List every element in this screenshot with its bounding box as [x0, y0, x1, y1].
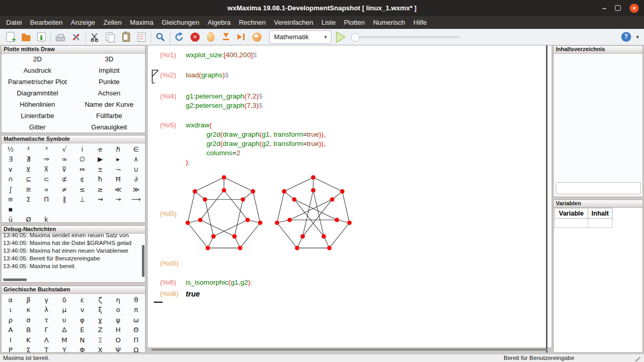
- symbol-button[interactable]: ∞: [55, 154, 73, 164]
- greek-letter-button[interactable]: ε: [73, 295, 91, 305]
- greek-letter-button[interactable]: Ε: [73, 325, 91, 335]
- animation-slider[interactable]: [352, 36, 460, 38]
- greek-letter-button[interactable]: φ: [73, 315, 91, 325]
- greek-letter-button[interactable]: Ν: [73, 335, 91, 345]
- variables-table[interactable]: Variable Inhalt: [554, 208, 613, 228]
- greek-letter-button[interactable]: ζ: [91, 295, 109, 305]
- jump-to-input-icon[interactable]: [235, 31, 248, 43]
- greek-letter-button[interactable]: Κ: [20, 335, 38, 345]
- symbol-button[interactable]: ∪: [127, 164, 145, 174]
- variables-empty-cell[interactable]: [555, 219, 588, 228]
- symbol-button[interactable]: ∃: [2, 154, 20, 164]
- open-icon[interactable]: [20, 31, 32, 43]
- greek-letter-button[interactable]: β: [20, 295, 38, 305]
- greek-letter-button[interactable]: Γ: [38, 325, 56, 335]
- debug-hscrollbar[interactable]: [3, 278, 27, 281]
- minimize-button[interactable]: –: [602, 6, 606, 11]
- variables-empty-cell[interactable]: [588, 219, 613, 228]
- symbol-button[interactable]: ≪: [109, 185, 127, 194]
- follow-icon[interactable]: [204, 31, 217, 43]
- toolbar-overflow-icon[interactable]: ▼: [635, 35, 640, 40]
- menu-hilfe[interactable]: Hilfe: [409, 16, 431, 29]
- menu-bearbeiten[interactable]: Bearbeiten: [26, 16, 67, 29]
- greek-letter-button[interactable]: ι: [2, 305, 20, 315]
- greek-letter-button[interactable]: λ: [38, 305, 56, 315]
- restart-maxima-icon[interactable]: [173, 31, 186, 43]
- find-icon[interactable]: [154, 31, 167, 43]
- print-icon[interactable]: [54, 31, 67, 43]
- play-icon[interactable]: [334, 31, 347, 43]
- symbol-button[interactable]: ⇔: [73, 164, 91, 174]
- draw-button-3d[interactable]: 3D: [73, 55, 145, 63]
- greek-letter-button[interactable]: α: [2, 295, 20, 305]
- menu-plotten[interactable]: Plotten: [340, 16, 368, 29]
- paste-icon[interactable]: [120, 31, 132, 43]
- notebook-vscrollbar[interactable]: [546, 45, 548, 353]
- symbol-button[interactable]: ∧: [127, 154, 145, 164]
- symbol-button[interactable]: Π: [38, 194, 56, 204]
- greek-letter-button[interactable]: Θ: [127, 325, 145, 335]
- menu-datei[interactable]: Datei: [2, 16, 26, 29]
- symbol-button[interactable]: ≥: [91, 185, 109, 194]
- code-input-line[interactable]: wxplot_size:[400,200]$: [186, 51, 256, 59]
- symbol-button[interactable]: ⊼: [38, 164, 56, 174]
- greek-letter-button[interactable]: Δ: [55, 325, 73, 335]
- greek-letter-button[interactable]: ξ: [91, 305, 109, 315]
- greek-letter-button[interactable]: Λ: [38, 335, 56, 345]
- cell-type-select[interactable]: Mathematik ▼: [269, 30, 331, 44]
- symbol-button[interactable]: ∄: [20, 154, 38, 164]
- slider-knob[interactable]: [351, 33, 360, 42]
- wxmaxima-logo-icon[interactable]: [251, 31, 263, 43]
- interrupt-icon[interactable]: ✕: [189, 31, 201, 43]
- greek-letter-button[interactable]: Α: [2, 325, 20, 335]
- draw-button-linienfarbe[interactable]: Linienfarbe: [2, 112, 73, 120]
- evaluate-to-point-icon[interactable]: [220, 31, 232, 43]
- symbol-button[interactable]: ▪: [2, 204, 20, 214]
- draw-button-höhenlinien[interactable]: Höhenlinien: [2, 101, 73, 108]
- symbol-button[interactable]: √: [55, 144, 73, 154]
- menu-rechnen[interactable]: Rechnen: [235, 16, 270, 29]
- symbol-button[interactable]: ∫: [2, 185, 20, 194]
- symbol-button[interactable]: ∅: [73, 154, 91, 164]
- greek-letter-button[interactable]: Η: [109, 325, 127, 335]
- menu-anzeige[interactable]: Anzeige: [67, 16, 99, 29]
- debug-vscrollbar[interactable]: [142, 245, 144, 277]
- draw-button-gitter[interactable]: Gitter: [2, 123, 73, 131]
- toc-filter-input[interactable]: [556, 182, 641, 194]
- greek-letter-button[interactable]: χ: [91, 315, 109, 325]
- notebook-hscrollbar[interactable]: [151, 349, 548, 351]
- menu-liste[interactable]: Liste: [317, 16, 340, 29]
- symbol-button[interactable]: ±: [91, 164, 109, 174]
- greek-letter-button[interactable]: Β: [20, 325, 38, 335]
- greek-letter-button[interactable]: Μ: [55, 335, 73, 345]
- greek-letter-button[interactable]: δ: [55, 295, 73, 305]
- select-all-icon[interactable]: [135, 31, 148, 43]
- greek-letter-button[interactable]: π: [127, 305, 145, 315]
- greek-letter-button[interactable]: μ: [55, 305, 73, 315]
- draw-button-diagrammtitel[interactable]: Diagrammtitel: [2, 89, 73, 97]
- symbol-button[interactable]: k: [38, 215, 56, 224]
- preferences-icon[interactable]: [70, 31, 82, 43]
- draw-button-implizit[interactable]: Implizit: [73, 67, 145, 74]
- symbol-button[interactable]: ▸: [109, 154, 127, 164]
- menu-maxima[interactable]: Maxima: [126, 16, 158, 29]
- symbol-button[interactable]: ∈: [127, 144, 145, 154]
- save-icon[interactable]: ⬇: [35, 31, 47, 43]
- greek-letter-button[interactable]: Ζ: [91, 325, 109, 335]
- code-input-line[interactable]: gr2d(draw_graph(g1, transform=true)),: [206, 130, 326, 138]
- greek-letter-button[interactable]: η: [109, 295, 127, 305]
- greek-letter-button[interactable]: Ο: [109, 335, 127, 345]
- cell-bracket[interactable]: [152, 70, 159, 84]
- symbol-button[interactable]: ⊽: [55, 164, 73, 174]
- close-button[interactable]: ✕: [630, 4, 639, 13]
- draw-button-genauigkeit[interactable]: Genauigkeit: [73, 123, 145, 131]
- symbol-button[interactable]: ²: [20, 144, 38, 154]
- code-input-line[interactable]: g1:petersen_graph(7,2)$: [186, 92, 263, 100]
- greek-letter-button[interactable]: τ: [38, 315, 56, 325]
- greek-letter-button[interactable]: θ: [127, 295, 145, 305]
- symbol-button[interactable]: ¬: [109, 164, 127, 174]
- symbol-button[interactable]: ℏ: [109, 144, 127, 154]
- symbol-button[interactable]: ▶: [91, 154, 109, 164]
- draw-button-füllfarbe[interactable]: Füllfarbe: [73, 112, 145, 120]
- menu-numerisch[interactable]: Numerisch: [369, 16, 409, 29]
